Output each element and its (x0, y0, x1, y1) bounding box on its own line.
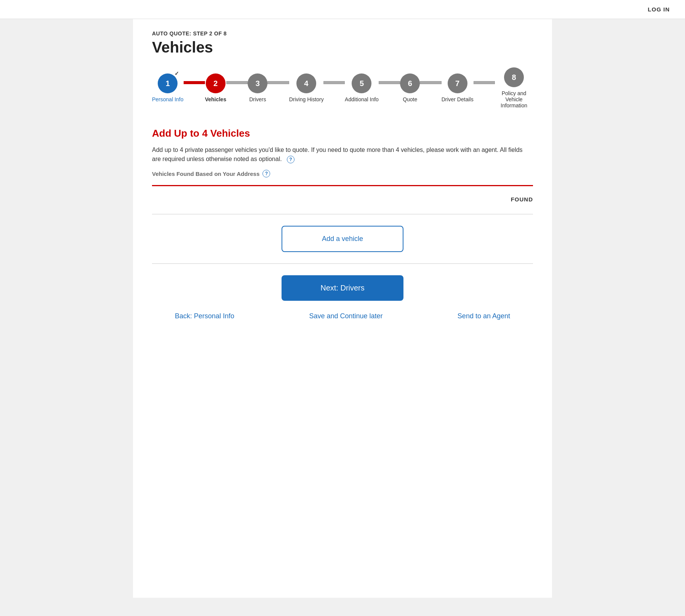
connector-2-3 (226, 81, 248, 95)
step-label: AUTO QUOTE: STEP 2 OF 8 (152, 30, 533, 37)
next-button[interactable]: Next: Drivers (282, 275, 403, 301)
step-label-5: Additional Info (345, 96, 379, 102)
step-5: 5 Additional Info (345, 73, 379, 102)
add-vehicle-button[interactable]: Add a vehicle (282, 226, 403, 252)
connector-4-5 (323, 81, 345, 95)
step-circle-5[interactable]: 5 (352, 73, 371, 93)
step-circle-1[interactable]: 1 ✓ (158, 73, 178, 93)
step-8: 8 Policy and Vehicle Information (495, 67, 533, 109)
back-link[interactable]: Back: Personal Info (175, 312, 234, 320)
step-label-1: Personal Info (152, 96, 184, 102)
step-circle-4[interactable]: 4 (296, 73, 316, 93)
step-circle-2[interactable]: 2 (206, 73, 226, 93)
save-later-link[interactable]: Save and Continue later (309, 312, 383, 320)
step-circle-3[interactable]: 3 (248, 73, 267, 93)
connector-5-6 (379, 81, 400, 95)
gray-divider-2 (152, 263, 533, 264)
step-label-3: Drivers (249, 96, 266, 102)
step-label-7: Driver Details (442, 96, 474, 102)
main-content: AUTO QUOTE: STEP 2 OF 8 Vehicles 1 ✓ Per… (133, 19, 552, 598)
connector-6-7 (420, 81, 441, 95)
section-title: Add Up to 4 Vehicles (152, 128, 533, 139)
gray-divider-1 (152, 214, 533, 214)
step-label-8: Policy and Vehicle Information (495, 90, 533, 109)
step-label-4: Driving History (289, 96, 323, 102)
section-description: Add up to 4 private passenger vehicles y… (152, 145, 533, 164)
connector-7-8 (474, 81, 495, 95)
connector-1-2 (184, 81, 205, 95)
send-agent-link[interactable]: Send to an Agent (458, 312, 510, 320)
vehicles-found-row: Vehicles Found Based on Your Address ? (152, 170, 533, 177)
found-row: FOUND (152, 192, 533, 206)
vehicles-found-label: Vehicles Found Based on Your Address (152, 171, 259, 177)
step-1: 1 ✓ Personal Info (152, 73, 184, 102)
login-button[interactable]: LOG IN (648, 6, 670, 13)
help-icon-desc[interactable]: ? (287, 156, 294, 163)
step-4: 4 Driving History (289, 73, 323, 102)
page-title: Vehicles (152, 39, 533, 56)
red-divider (152, 185, 533, 186)
step-label-6: Quote (403, 96, 417, 102)
checkmark-icon: ✓ (174, 70, 179, 77)
step-circle-7[interactable]: 7 (448, 73, 467, 93)
connector-3-4 (267, 81, 289, 95)
step-circle-8[interactable]: 8 (504, 67, 524, 87)
top-bar: LOG IN (0, 0, 685, 19)
step-7: 7 Driver Details (442, 73, 474, 102)
step-circle-6[interactable]: 6 (400, 73, 420, 93)
step-label-2: Vehicles (205, 96, 226, 102)
progress-bar: 1 ✓ Personal Info 2 Vehicles 3 Drivers (152, 67, 533, 109)
step-6: 6 Quote (400, 73, 420, 102)
bottom-links: Back: Personal Info Save and Continue la… (152, 312, 533, 320)
step-2: 2 Vehicles (205, 73, 226, 102)
step-3: 3 Drivers (248, 73, 267, 102)
help-icon-vehicles[interactable]: ? (262, 170, 270, 177)
found-text: FOUND (511, 196, 533, 203)
